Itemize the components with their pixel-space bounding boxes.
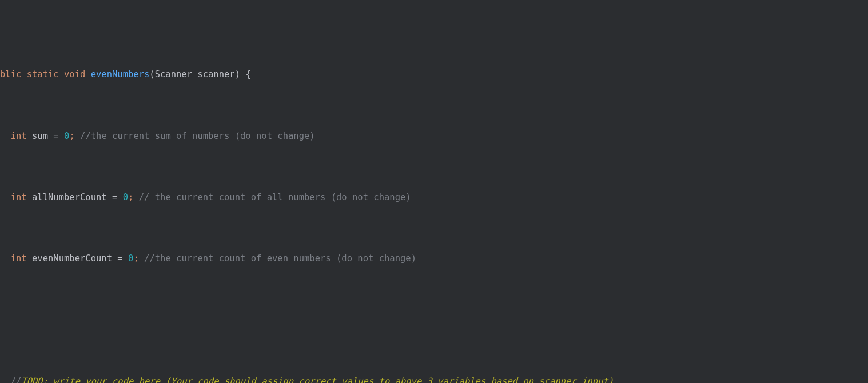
brace: { xyxy=(245,67,250,82)
number: 0 xyxy=(64,129,69,143)
code-line[interactable]: //TODO: write your code here (Your code … xyxy=(0,372,868,383)
number: 0 xyxy=(123,190,128,205)
semicolon: ; xyxy=(69,129,74,143)
operator: = xyxy=(53,129,58,143)
variable: allNumberCount xyxy=(32,190,107,205)
comment-slashes: // xyxy=(11,374,22,383)
keyword: static xyxy=(27,67,59,82)
code-line[interactable]: int evenNumberCount = 0; //the current c… xyxy=(0,249,868,268)
operator: = xyxy=(117,252,122,266)
ruler-guide xyxy=(781,0,781,383)
code-line[interactable]: int sum = 0; //the current sum of number… xyxy=(0,127,868,146)
code-line[interactable]: blic static void evenNumbers(Scanner sca… xyxy=(0,65,868,84)
comment: //the current count of even numbers (do … xyxy=(144,252,416,266)
todo-comment: TODO: write your code here (Your code sh… xyxy=(21,374,614,383)
code-editor[interactable]: blic static void evenNumbers(Scanner sca… xyxy=(0,0,868,383)
parameter: scanner xyxy=(197,67,234,82)
semicolon: ; xyxy=(128,190,133,205)
operator: = xyxy=(112,190,117,205)
comment: //the current sum of numbers (do not cha… xyxy=(80,129,315,143)
paren: ( xyxy=(149,67,154,82)
number: 0 xyxy=(128,252,133,266)
type: int xyxy=(11,252,27,266)
type: int xyxy=(11,190,27,205)
code-line[interactable]: int allNumberCount = 0; // the current c… xyxy=(0,188,868,207)
type: int xyxy=(11,129,27,143)
comment: // the current count of all numbers (do … xyxy=(139,190,411,205)
paren: ) xyxy=(235,67,240,82)
variable: evenNumberCount xyxy=(32,252,112,266)
blank-line[interactable] xyxy=(0,311,868,330)
method-name: evenNumbers xyxy=(91,67,150,82)
semicolon: ; xyxy=(133,252,138,266)
keyword: blic xyxy=(0,67,21,82)
class-name: Scanner xyxy=(155,67,192,82)
variable: sum xyxy=(32,129,48,143)
keyword: void xyxy=(64,67,85,82)
